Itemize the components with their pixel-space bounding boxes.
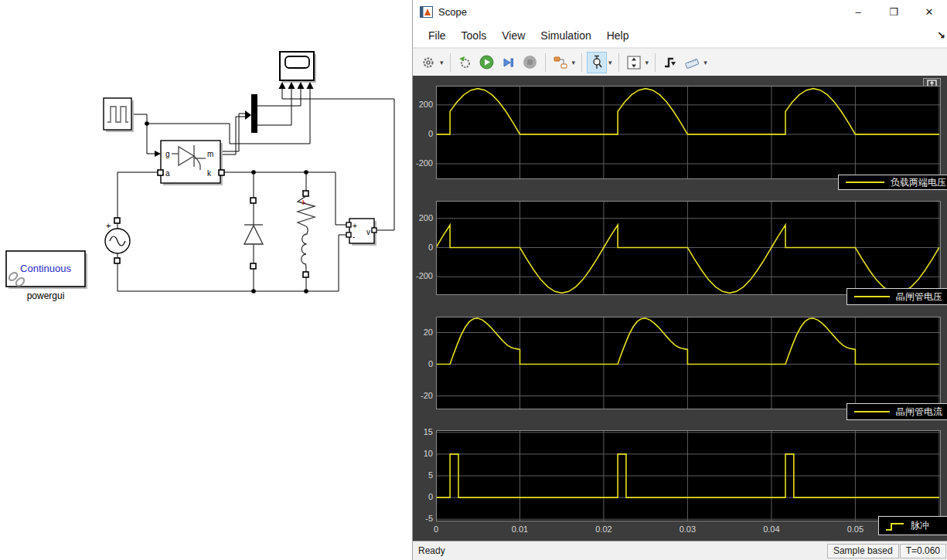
menu-simulation[interactable]: Simulation [533, 26, 598, 45]
legend-label: 脉冲 [911, 519, 929, 532]
autoscale-button[interactable] [624, 52, 644, 73]
measurements-caret[interactable]: ▾ [703, 59, 707, 66]
thyristor-block[interactable]: g m a k [155, 110, 251, 185]
legend-label: 晶闸管电压 [896, 290, 942, 304]
powergui-block[interactable]: Continuous powergui [6, 251, 87, 301]
legend-thyristor-voltage[interactable]: 晶闸管电压 [847, 288, 947, 305]
scope-plot-thyristor-current [436, 317, 941, 409]
legend-line-sample [853, 406, 891, 417]
menu-help[interactable]: Help [599, 26, 637, 45]
simulink-model-canvas: g m a k [0, 0, 412, 560]
legend-label: 负载两端电压 [891, 176, 946, 189]
window-title: Scope [438, 6, 467, 18]
scope-block[interactable] [279, 52, 317, 89]
scope-input-ports [279, 82, 314, 89]
simulink-gear-button[interactable] [455, 52, 475, 73]
step-forward-button[interactable] [499, 52, 519, 73]
scope-plot-thyristor-voltage [436, 201, 941, 295]
scope-plot-area: 2000-200负载两端电压2000-200晶闸管电压200-20晶闸管电流15… [413, 76, 947, 541]
menu-file[interactable]: File [421, 26, 454, 45]
toolbar: ▾ ▾ ▾ [413, 48, 947, 76]
legend-thyristor-current[interactable]: 晶闸管电流 [847, 403, 947, 420]
signal-selector-caret[interactable]: ▾ [572, 59, 576, 66]
y-tick-label: 15 [413, 427, 433, 436]
y-tick-label: 0 [413, 359, 433, 368]
y-tick-label: -20 [413, 391, 433, 400]
y-tick-label: 10 [413, 449, 433, 458]
y-tick-label: 0 [413, 129, 433, 138]
menu-view[interactable]: View [494, 26, 533, 45]
screen: g m a k [0, 0, 947, 560]
y-tick-label: -200 [413, 271, 433, 280]
close-button[interactable]: ✕ [911, 0, 947, 23]
signal-selector-button[interactable] [550, 52, 571, 73]
mux-arrow [245, 110, 251, 120]
y-tick-label: 0 [413, 243, 433, 252]
settings-gear-button[interactable] [418, 52, 438, 73]
run-button[interactable] [477, 52, 497, 73]
scope-plot-load-voltage [436, 86, 941, 179]
legend-gate-pulse[interactable]: 脉冲 [878, 516, 947, 535]
status-bar: Ready Sample based T=0.060 [413, 541, 947, 560]
legend-load-voltage[interactable]: 负载两端电压 [838, 175, 947, 190]
stop-button[interactable] [520, 52, 540, 73]
legend-line-sample [885, 521, 905, 531]
gate-arrow [155, 151, 161, 157]
voltage-measurement-block[interactable]: + - v [346, 219, 376, 246]
x-tick-label: 0.05 [836, 524, 874, 534]
y-tick-label: -200 [413, 158, 433, 168]
circuit-diagram: g m a k [0, 0, 412, 560]
legend-label: 晶闸管电流 [896, 406, 942, 419]
port-label-a: a [165, 169, 170, 178]
autoscale-caret[interactable]: ▾ [646, 59, 649, 66]
scope-app-icon [420, 6, 433, 18]
settings-caret[interactable]: ▾ [440, 59, 444, 66]
rl-branch-block[interactable]: + [298, 191, 315, 277]
maximize-button[interactable]: ❒ [876, 0, 911, 23]
title-bar[interactable]: Scope – ❒ ✕ [413, 0, 947, 23]
x-tick-label: 0.03 [668, 524, 707, 534]
zoom-caret[interactable]: ▾ [608, 59, 612, 66]
demux-block[interactable] [251, 94, 257, 133]
inductor-icon [301, 226, 308, 272]
menu-overflow-icon[interactable]: ↘ [937, 29, 945, 41]
x-tick-label: 0 [417, 524, 455, 534]
pulse-generator-block[interactable] [104, 98, 134, 132]
sim-time-indicator: T=0.060 [900, 544, 946, 558]
vm-v-label: v [366, 228, 370, 236]
vm-minus-label: - [353, 232, 355, 241]
legend-line-sample [845, 177, 885, 188]
x-tick-label: 0.01 [500, 524, 539, 534]
legend-line-sample [853, 291, 891, 302]
y-tick-label: 200 [413, 213, 433, 222]
source-plus-label: + [106, 221, 111, 230]
port-label-g: g [165, 150, 170, 158]
status-text: Ready [413, 545, 827, 556]
x-tick-label: 0.04 [752, 524, 791, 534]
minimize-button[interactable]: – [840, 0, 876, 23]
scope-plot-gate-pulse [436, 430, 941, 521]
measurements-button[interactable] [682, 52, 702, 73]
sample-mode-indicator: Sample based [827, 544, 899, 558]
powergui-name-label: powergui [27, 290, 65, 301]
y-tick-label: 20 [413, 328, 433, 337]
port-label-m: m [207, 150, 213, 158]
scope-window: Scope – ❒ ✕ File Tools View Simulation H… [412, 0, 947, 560]
y-tick-label: 0 [413, 492, 433, 501]
y-tick-label: 5 [413, 470, 433, 480]
y-tick-label: 200 [413, 100, 433, 109]
menu-bar: File Tools View Simulation Help ↘ [413, 23, 947, 48]
zoom-button[interactable] [587, 52, 607, 73]
trigger-button[interactable] [660, 52, 680, 73]
powergui-mode-label: Continuous [20, 263, 71, 274]
menu-tools[interactable]: Tools [454, 26, 495, 45]
y-tick-label: -5 [413, 514, 433, 523]
x-tick-label: 0.02 [584, 524, 623, 534]
vm-plus-label: + [353, 222, 357, 230]
